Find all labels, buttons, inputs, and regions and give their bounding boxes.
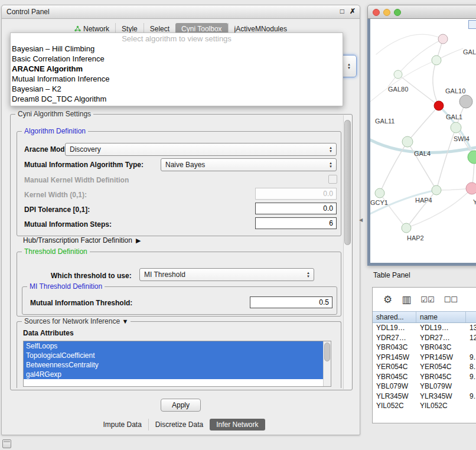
- collapsed-panel-icon[interactable]: [2, 439, 11, 448]
- table-row[interactable]: YBR043CYBR043C: [373, 343, 476, 353]
- algorithm-option-mutual-information-inference[interactable]: Mutual Information Inference: [11, 74, 343, 84]
- table-row[interactable]: YIL052CYIL052C: [373, 401, 476, 411]
- network-canvas[interactable]: GALGAL80GAL10GAL11GAL1SWI4GAL4GCY1HAP4YH…: [370, 19, 476, 263]
- table-cell: 9.: [466, 372, 476, 382]
- sources-section-title[interactable]: Sources for Network Inference ▼: [22, 317, 131, 325]
- attribute-item-topologicalcoefficient[interactable]: TopologicalCoefficient: [24, 351, 324, 360]
- algorithm-popup-list: Bayesian – Hill ClimbingBasic Correlatio…: [11, 44, 343, 104]
- table-row[interactable]: YDR27…YDR27…12: [373, 333, 476, 343]
- collapse-closed-icon[interactable]: ▶: [136, 237, 141, 244]
- down-arrow-icon: ▼: [329, 149, 332, 153]
- data-attributes-list[interactable]: SelfLoopsTopologicalCoefficientBetweenne…: [23, 341, 331, 387]
- network-window-titlebar[interactable]: [367, 5, 476, 19]
- table-row[interactable]: YBR045CYBR045C9.: [373, 372, 476, 382]
- list-scrollbar-thumb[interactable]: [324, 343, 330, 361]
- float-window-icon[interactable]: □: [340, 7, 344, 15]
- table-cell: YDL19…: [373, 323, 416, 333]
- column-header[interactable]: shared...: [373, 312, 416, 322]
- network-node[interactable]: [459, 95, 472, 108]
- zoom-traffic-light[interactable]: [394, 9, 401, 16]
- network-node[interactable]: [468, 151, 476, 164]
- algorithm-option-basic-correlation-inference[interactable]: Basic Correlation Inference: [11, 54, 343, 64]
- attribute-item-betweennesscentrality[interactable]: BetweennessCentrality: [24, 360, 324, 370]
- mi-threshold-input[interactable]: [250, 296, 332, 308]
- splitter-collapse-icon[interactable]: ◀: [359, 217, 363, 223]
- column-header[interactable]: name: [416, 312, 466, 322]
- close-icon[interactable]: ✗: [350, 7, 356, 15]
- algorithm-option-dream8-dc-tdc-algorithm[interactable]: Dream8 DC_TDC Algorithm: [11, 94, 343, 104]
- minimize-traffic-light[interactable]: [383, 9, 390, 16]
- network-node[interactable]: [402, 136, 413, 147]
- aracne-mode-select[interactable]: Discovery ▲▼: [65, 143, 337, 156]
- network-node[interactable]: [466, 182, 476, 194]
- attribute-items: SelfLoopsTopologicalCoefficientBetweenne…: [24, 341, 331, 379]
- bottom-tab-discretize-data[interactable]: Discretize Data: [148, 419, 210, 431]
- control-panel-titlebar[interactable]: Control Panel □ ✗: [2, 5, 360, 19]
- algorithm-option-aracne-algorithm[interactable]: ARACNE Algorithm: [11, 64, 343, 74]
- table-row[interactable]: YER054CYER054C8.: [373, 362, 476, 372]
- network-node[interactable]: [432, 56, 441, 65]
- network-edge[interactable]: [370, 60, 436, 102]
- algorithm-option-bayesian-hill-climbing[interactable]: Bayesian – Hill Climbing: [11, 44, 343, 54]
- bottom-tab-impute-data[interactable]: Impute Data: [96, 419, 148, 431]
- columns-icon[interactable]: ▥: [402, 294, 411, 306]
- which-threshold-label: Which threshold to use:: [51, 272, 132, 280]
- desktop: Control Panel □ ✗ NetworkStyleSelectCyni…: [0, 0, 476, 450]
- attribute-item-selfloops[interactable]: SelfLoops: [24, 341, 324, 351]
- network-edge[interactable]: [407, 142, 436, 190]
- close-traffic-light[interactable]: [373, 9, 380, 16]
- mi-steps-input[interactable]: [255, 217, 337, 229]
- node-label: SWI4: [454, 135, 470, 142]
- column-header[interactable]: [466, 312, 476, 322]
- network-node[interactable]: [402, 223, 411, 233]
- mi-steps-label: Mutual Information Steps:: [24, 220, 112, 229]
- dpi-tolerance-input[interactable]: [255, 203, 337, 214]
- network-node[interactable]: [438, 34, 448, 44]
- table-cell: YBR045C: [373, 372, 416, 382]
- scrollbar-thumb[interactable]: [344, 120, 351, 245]
- algorithm-definition-title: Algorithm Definition: [22, 127, 88, 135]
- tab-label: Select: [150, 25, 169, 33]
- tab-label: Style: [122, 25, 138, 33]
- mi-threshold-group: MI Threshold Definition Mutual Informati…: [22, 286, 337, 315]
- algorithm-selector-fragment[interactable]: ▲ ▼: [341, 55, 357, 77]
- network-node[interactable]: [394, 70, 402, 79]
- spinner-arrows-icon: ▲▼: [327, 160, 334, 169]
- table-cell: YPR145W: [416, 353, 466, 363]
- network-node[interactable]: [434, 101, 444, 110]
- table-cell: [466, 401, 476, 411]
- network-node[interactable]: [451, 122, 461, 133]
- which-threshold-select[interactable]: MI Threshold ▲▼: [139, 268, 314, 281]
- attribute-item-gal4rgexp[interactable]: gal4RGexp: [24, 370, 324, 379]
- table-cell: 9.: [466, 392, 476, 402]
- collapse-open-icon[interactable]: ▼: [122, 318, 128, 325]
- deselect-all-columns-icon[interactable]: ☐☐: [444, 295, 458, 304]
- algorithm-option-bayesian-k2[interactable]: Bayesian – K2: [11, 84, 343, 94]
- table-row[interactable]: YLR345WYLR345W9.: [373, 392, 476, 402]
- select-all-columns-icon[interactable]: ☑☑: [420, 295, 434, 304]
- network-edge[interactable]: [380, 193, 406, 228]
- mi-type-select[interactable]: Naive Bayes ▲▼: [161, 158, 337, 171]
- sources-title-text: Sources for Network Inference: [24, 317, 120, 325]
- settings-scrollbar[interactable]: [343, 115, 351, 389]
- table-row[interactable]: YBL079WYBL079W: [373, 381, 476, 392]
- table-cell: YIL052C: [416, 401, 466, 411]
- network-canvas-area[interactable]: GALGAL80GAL10GAL11GAL1SWI4GAL4GCY1HAP4YH…: [367, 19, 476, 266]
- bottom-tab-infer-network[interactable]: Infer Network: [210, 419, 265, 431]
- network-node[interactable]: [375, 188, 384, 198]
- table-row[interactable]: YDL19…YDL19…13: [373, 323, 476, 333]
- hub-definition-section[interactable]: Hub/Transcription Factor Definition ▶: [23, 236, 141, 244]
- apply-button[interactable]: Apply: [161, 399, 201, 412]
- table-body: YDL19…YDL19…13YDR27…YDR27…12YBR043CYBR04…: [373, 323, 476, 423]
- tab-label: Network: [83, 25, 109, 33]
- table-row[interactable]: YPR145WYPR145W9.: [373, 353, 476, 363]
- network-edge[interactable]: [433, 60, 439, 106]
- control-panel-window: Control Panel □ ✗ NetworkStyleSelectCyni…: [1, 5, 360, 435]
- network-node[interactable]: [432, 185, 441, 195]
- algorithm-popup-placeholder: Select algorithm to view settings: [11, 34, 343, 44]
- list-scrollbar[interactable]: [323, 341, 331, 386]
- gear-icon[interactable]: ⚙: [383, 294, 392, 306]
- kernel-width-label: Kernel Width (0,1):: [24, 191, 87, 199]
- overview-toggle[interactable]: [468, 20, 476, 29]
- network-edge[interactable]: [407, 106, 439, 142]
